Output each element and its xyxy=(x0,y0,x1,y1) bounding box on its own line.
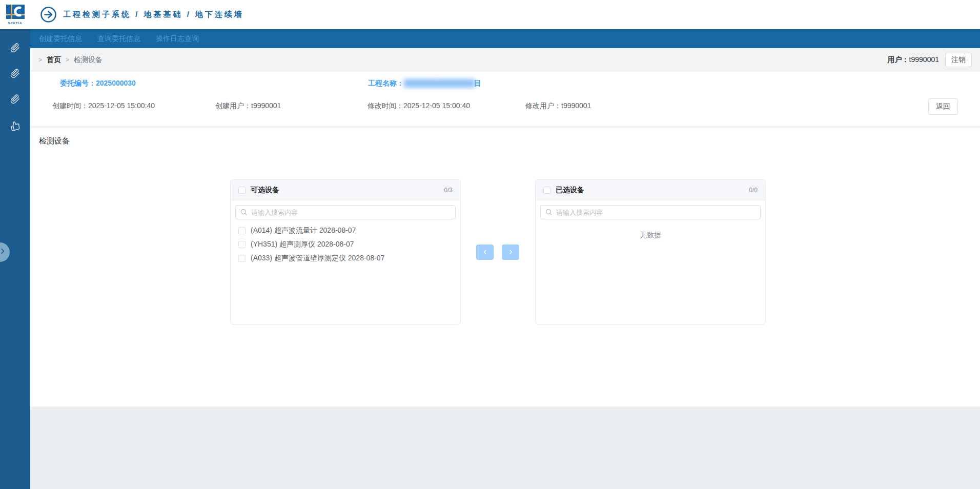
target-panel-title: 已选设备 xyxy=(556,186,584,195)
order-info-card: 委托编号：2025000030 工程名称：████████ █████████目… xyxy=(30,72,980,126)
back-button[interactable]: 返回 xyxy=(928,98,958,115)
item-label: (A014) 超声波流量计 2028-08-07 xyxy=(251,226,356,235)
breadcrumb-separator: > xyxy=(66,56,69,64)
scetia-logo-icon xyxy=(6,5,25,21)
breadcrumb-home[interactable]: 首页 xyxy=(47,55,61,65)
breadcrumb-current: 检测设备 xyxy=(74,55,103,65)
created-time: 创建时间：2025-12-05 15:00:40 xyxy=(52,101,155,111)
transfer-target-header: 已选设备 0/0 xyxy=(536,180,765,200)
redacted-project-name: ████████ █████████ xyxy=(404,79,474,87)
chevron-left-icon xyxy=(482,249,488,256)
search-icon xyxy=(240,208,248,218)
modified-user: 修改用户：t9990001 xyxy=(525,101,591,111)
chevron-right-icon xyxy=(0,248,6,257)
transfer-target-panel: 已选设备 0/0 无数据 xyxy=(535,179,766,324)
page-footer xyxy=(30,406,980,489)
paperclip-icon xyxy=(10,94,20,106)
item-label: (A033) 超声波管道壁厚测定仪 2028-08-07 xyxy=(251,254,384,263)
source-item-list: (A014) 超声波流量计 2028-08-07 (YH351) 超声测厚仪 2… xyxy=(231,223,460,265)
select-all-target-checkbox[interactable] xyxy=(543,187,550,194)
list-item[interactable]: (YH351) 超声测厚仪 2028-08-07 xyxy=(231,237,460,251)
user-label: 用户：t9990001 xyxy=(888,55,939,65)
project-name: 工程名称：████████ █████████目 xyxy=(368,79,481,88)
nav-operation-log[interactable]: 操作日志查询 xyxy=(156,34,199,44)
list-item[interactable]: (A033) 超声波管道壁厚测定仪 2028-08-07 xyxy=(231,251,460,265)
transfer-source-panel: 可选设备 0/3 (A014) 超声波流量计 2028-08-07 xyxy=(230,179,461,324)
user-name: t9990001 xyxy=(909,55,939,64)
breadcrumb-separator: > xyxy=(38,56,42,64)
source-panel-title: 可选设备 xyxy=(251,186,279,195)
user-area: 用户：t9990001 注销 xyxy=(888,53,972,67)
search-icon xyxy=(545,208,553,218)
chevron-right-icon xyxy=(508,249,514,256)
empty-placeholder: 无数据 xyxy=(536,231,765,240)
brand-name: SCETIA xyxy=(8,22,22,25)
hand-pointer-icon xyxy=(9,119,21,131)
source-panel-counter: 0/3 xyxy=(444,187,453,194)
circle-arrow-icon xyxy=(40,6,57,23)
device-section-card: 检测设备 可选设备 0/3 (A014) 超声波流量计 2028-08-0 xyxy=(30,128,980,406)
move-to-target-button[interactable] xyxy=(502,244,519,260)
main-area: 创建委托信息 查询委托信息 操作日志查询 > 首页 > 检测设备 用户：t999… xyxy=(30,29,980,489)
item-checkbox[interactable] xyxy=(238,255,246,262)
modified-time: 修改时间：2025-12-05 15:00:40 xyxy=(368,101,470,111)
logout-button[interactable]: 注销 xyxy=(945,53,972,67)
page-title: 工程检测子系统 / 地基基础 / 地下连续墙 xyxy=(63,10,244,19)
paperclip-icon xyxy=(10,69,20,80)
sidebar-expand-button[interactable] xyxy=(0,242,10,262)
transfer-source-header: 可选设备 0/3 xyxy=(231,180,460,200)
breadcrumb: > 首页 > 检测设备 xyxy=(38,55,103,65)
brand-logo: SCETIA xyxy=(0,0,30,29)
paperclip-icon xyxy=(10,43,20,55)
target-search-box xyxy=(540,205,761,219)
nav-query-order[interactable]: 查询委托信息 xyxy=(97,34,140,44)
source-search-input[interactable] xyxy=(235,205,456,219)
sidebar-item-link-1[interactable] xyxy=(0,36,30,62)
sidebar xyxy=(0,29,30,489)
section-title: 检测设备 xyxy=(39,136,70,146)
item-label: (YH351) 超声测厚仪 2028-08-07 xyxy=(251,240,354,249)
top-navbar: 创建委托信息 查询委托信息 操作日志查询 xyxy=(30,29,980,48)
app-header: SCETIA 工程检测子系统 / 地基基础 / 地下连续墙 xyxy=(0,0,980,29)
source-search-box xyxy=(235,205,456,219)
order-number: 委托编号：2025000030 xyxy=(60,79,136,88)
target-panel-counter: 0/0 xyxy=(749,187,758,194)
sidebar-item-link-2[interactable] xyxy=(0,62,30,87)
breadcrumb-bar: > 首页 > 检测设备 用户：t9990001 注销 xyxy=(30,48,980,72)
sidebar-item-link-3[interactable] xyxy=(0,87,30,113)
nav-create-order[interactable]: 创建委托信息 xyxy=(39,34,82,44)
move-to-source-button[interactable] xyxy=(476,244,494,260)
item-checkbox[interactable] xyxy=(238,227,246,234)
sidebar-item-hand[interactable] xyxy=(0,113,30,138)
list-item[interactable]: (A014) 超声波流量计 2028-08-07 xyxy=(231,223,460,237)
created-user: 创建用户：t9990001 xyxy=(215,101,281,111)
select-all-source-checkbox[interactable] xyxy=(238,187,246,194)
target-search-input[interactable] xyxy=(540,205,761,219)
item-checkbox[interactable] xyxy=(238,241,246,248)
